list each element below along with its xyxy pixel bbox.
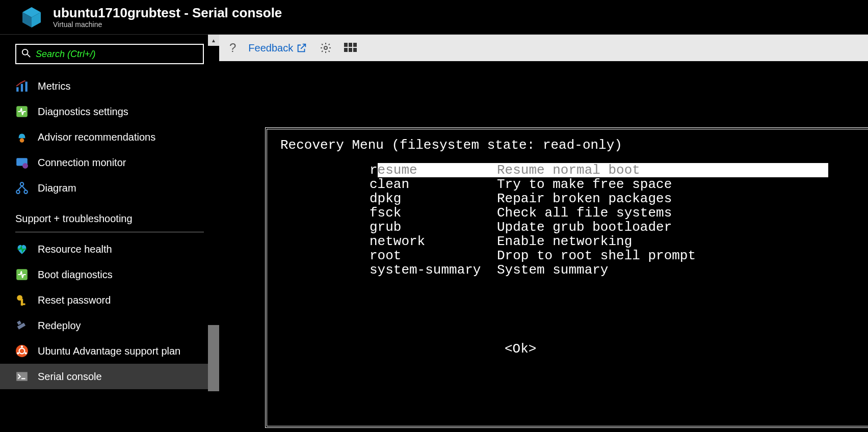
sidebar-item-label: Resource health [38, 244, 112, 255]
sidebar: « Metrics Diagnost [0, 35, 219, 432]
ubuntu-icon [15, 344, 29, 358]
menu-item-key: fsck [370, 206, 497, 220]
svg-line-16 [22, 186, 26, 191]
svg-point-26 [24, 352, 27, 354]
sidebar-item-ubuntu-advantage[interactable]: Ubuntu Advantage support plan [0, 338, 219, 364]
svg-rect-37 [353, 48, 357, 52]
svg-point-14 [24, 190, 28, 194]
svg-point-31 [324, 46, 327, 49]
menu-item-desc: Repair broken packages [497, 192, 828, 206]
diagnostics-icon [15, 105, 29, 118]
svg-point-3 [22, 49, 28, 55]
recovery-menu-item[interactable]: dpkgRepair broken packages [370, 192, 828, 206]
svg-point-11 [22, 163, 28, 169]
resource-health-icon [15, 242, 29, 256]
menu-item-desc: System summary [497, 263, 828, 277]
search-input[interactable] [36, 49, 198, 60]
sidebar-item-metrics[interactable]: Metrics [0, 73, 219, 99]
svg-rect-33 [349, 43, 352, 47]
diagram-icon [15, 181, 29, 195]
sidebar-item-label: Connection monitor [38, 157, 126, 169]
recovery-menu-item[interactable]: rootDrop to root shell prompt [370, 249, 828, 263]
svg-rect-28 [16, 372, 28, 381]
menu-item-desc: Resume normal boot [497, 163, 828, 177]
sidebar-item-serial-console[interactable]: Serial console [0, 364, 219, 389]
ok-button[interactable]: <Ok> [505, 341, 536, 357]
sidebar-item-redeploy[interactable]: Redeploy [0, 313, 219, 338]
sidebar-item-label: Diagnostics settings [38, 106, 128, 118]
svg-rect-35 [344, 48, 348, 52]
main-panel: ? Feedback Recovery Menu (filesystem sta… [219, 35, 868, 432]
sidebar-search[interactable] [15, 44, 204, 64]
menu-item-key: grub [370, 220, 497, 234]
nav-list: Metrics Diagnostics settings Advisor rec… [0, 70, 219, 392]
sidebar-item-label: Reset password [38, 294, 111, 306]
svg-point-9 [20, 138, 24, 143]
feedback-button[interactable]: Feedback [248, 42, 307, 54]
svg-point-25 [21, 345, 23, 347]
serial-console-output[interactable]: Recovery Menu (filesystem state: read-on… [219, 61, 868, 432]
sidebar-item-label: Ubuntu Advantage support plan [38, 345, 180, 357]
svg-line-4 [28, 55, 30, 57]
boot-diagnostics-icon [15, 268, 29, 281]
metrics-icon [15, 79, 29, 93]
svg-rect-6 [21, 84, 23, 92]
settings-button[interactable] [320, 42, 332, 54]
scroll-up-icon[interactable]: ▲ [208, 35, 219, 46]
sidebar-item-diagram[interactable]: Diagram [0, 175, 219, 201]
menu-item-key: resume [370, 163, 497, 177]
sidebar-item-connection-monitor[interactable]: Connection monitor [0, 150, 219, 175]
sidebar-item-diagnostics-settings[interactable]: Diagnostics settings [0, 99, 219, 124]
sidebar-item-reset-password[interactable]: Reset password [0, 287, 219, 313]
recovery-menu-item[interactable]: system-summarySystem summary [370, 263, 828, 277]
recovery-menu-item[interactable]: fsckCheck all file systems [370, 206, 828, 220]
menu-item-desc: Try to make free space [497, 177, 828, 192]
svg-rect-22 [17, 320, 21, 325]
recovery-menu-item[interactable]: cleanTry to make free space [370, 177, 828, 192]
sidebar-item-label: Serial console [38, 371, 102, 383]
scroll-thumb[interactable] [208, 325, 219, 391]
menu-item-key: root [370, 249, 497, 263]
keyboard-button[interactable] [344, 43, 357, 53]
svg-rect-20 [21, 304, 25, 305]
gear-icon [320, 42, 332, 54]
recovery-menu-item[interactable]: resumeResume normal boot [370, 163, 828, 177]
svg-point-13 [16, 190, 20, 194]
toolbar: ? Feedback [219, 35, 868, 61]
svg-rect-34 [353, 43, 357, 47]
menu-item-key: system-summary [370, 263, 497, 277]
terminal-icon [15, 370, 29, 383]
redeploy-icon [15, 319, 29, 332]
connection-monitor-icon [15, 156, 29, 169]
help-button[interactable]: ? [229, 41, 236, 55]
recovery-menu-list[interactable]: resumeResume normal bootcleanTry to make… [370, 163, 828, 277]
external-link-icon [296, 42, 307, 53]
divider [15, 232, 204, 232]
menu-item-desc: Update grub bootloader [497, 220, 828, 234]
menu-item-key: clean [370, 177, 497, 192]
sidebar-item-advisor[interactable]: Advisor recommendations [0, 124, 219, 150]
page-header: ubuntu1710grubtest - Serial console Virt… [0, 0, 868, 35]
keyboard-icon [344, 43, 357, 53]
sidebar-item-label: Diagram [38, 182, 76, 194]
search-icon [21, 48, 36, 60]
recovery-menu-item[interactable]: grubUpdate grub bootloader [370, 220, 828, 234]
page-title: ubuntu1710grubtest - Serial console [53, 6, 282, 20]
svg-rect-36 [349, 48, 352, 52]
sidebar-item-boot-diagnostics[interactable]: Boot diagnostics [0, 262, 219, 287]
menu-item-desc: Enable networking [497, 234, 828, 249]
recovery-menu-item[interactable]: networkEnable networking [370, 234, 828, 249]
sidebar-item-resource-health[interactable]: Resource health [0, 236, 219, 262]
svg-rect-5 [16, 87, 18, 92]
svg-rect-32 [344, 43, 348, 47]
page-subtitle: Virtual machine [53, 20, 282, 29]
menu-item-key: dpkg [370, 192, 497, 206]
sidebar-scrollbar[interactable]: ▲ [208, 35, 219, 432]
vm-cube-icon [20, 6, 43, 29]
key-icon [15, 293, 29, 307]
recovery-menu-title: Recovery Menu (filesystem state: read-on… [280, 138, 622, 153]
svg-point-12 [20, 182, 24, 186]
sidebar-section-title: Support + troubleshooting [0, 201, 219, 229]
sidebar-item-label: Redeploy [38, 320, 81, 332]
menu-item-key: network [370, 234, 497, 249]
